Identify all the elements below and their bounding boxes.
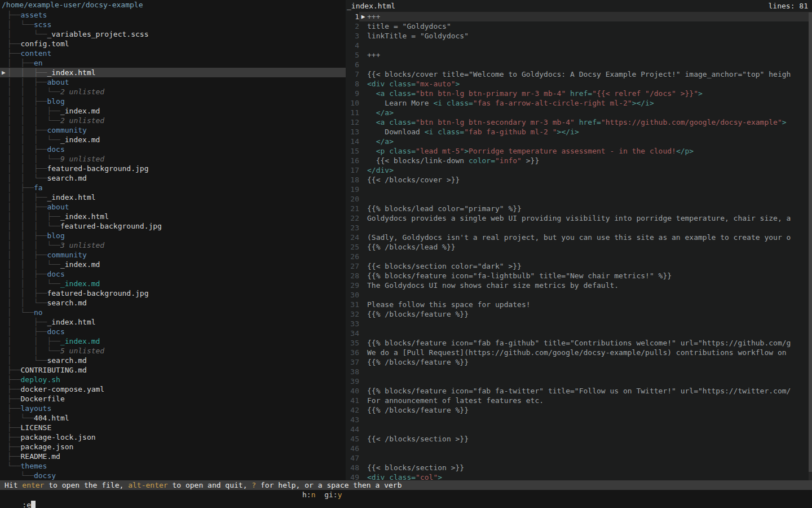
tree-row-file[interactable]: │ └──404.html [0, 413, 346, 423]
tree-row-file[interactable]: │ │ └──search.md [0, 173, 346, 183]
tree-entry-label: Dockerfile [20, 395, 64, 403]
tree-entry-label: _index.html [60, 212, 109, 221]
tree-entry-label: featured-background.jpg [47, 289, 148, 297]
tree-branch-lines: │ │ ├── [7, 289, 47, 297]
tree-branch-lines: │ │ ├── [7, 203, 47, 211]
tree-branch-lines: ├── [7, 11, 20, 19]
tree-row-file[interactable]: │ │ │ ├──_index.md [0, 106, 346, 116]
code-cursor-slot [359, 463, 367, 472]
tree-row-file[interactable]: │ │ │ └──_index.md [0, 135, 346, 144]
tree-row-file[interactable]: │ │ │ └──_index.md [0, 260, 346, 269]
tree-row-file[interactable]: │ │ ├──featured-background.jpg [0, 288, 346, 298]
tree-row-file[interactable]: │ │ │ ├──_index.html [0, 212, 346, 221]
tree-row-file[interactable]: │ │ │ └──3 unlisted [0, 240, 346, 250]
tree-entry-label: _index.md [60, 260, 100, 269]
tree-row-file[interactable]: │ ├──_index.html [0, 317, 346, 327]
tree-row-directory[interactable]: ├──assets [0, 10, 346, 20]
tree-row-file[interactable]: ├──package-lock.json [0, 432, 346, 442]
tree-branch-lines: │ │ ├── [7, 68, 47, 77]
tree-branch-lines: │ │ │ └── [7, 222, 60, 230]
code-cursor-slot [359, 338, 367, 348]
tree-row-directory[interactable]: │ └──scss [0, 20, 346, 29]
code-text: We do a [Pull Request](https://github.co… [367, 348, 791, 357]
tree-row-directory[interactable]: │ │ ├──community [0, 250, 346, 260]
hint-label: h: [302, 491, 311, 499]
line-number: 35 [346, 338, 359, 348]
tree-row-directory[interactable]: │ │ ├──docs [0, 269, 346, 279]
code-cursor-slot [359, 453, 367, 463]
tree-row-file[interactable]: ├──package.json [0, 442, 346, 452]
tree-row-directory[interactable]: │ │ ├──blog [0, 97, 346, 106]
code-text: +++ [367, 12, 380, 21]
tree-row-file[interactable]: │ │ │ └──featured-background.jpg [0, 221, 346, 231]
tree-row-directory[interactable]: │ │ ├──docs [0, 144, 346, 154]
line-number: 27 [346, 261, 359, 271]
line-number: 9 [346, 89, 359, 98]
code-cursor-slot [359, 175, 367, 185]
tree-row-directory[interactable]: └──docsy [0, 471, 346, 480]
line-number: 2 [346, 21, 359, 31]
scrollbar-thumb[interactable] [809, 12, 812, 472]
tree-row-file[interactable]: ├──Dockerfile [0, 394, 346, 404]
tree-row-file[interactable]: │ │ └──5 unlisted [0, 346, 346, 356]
tree-row-file[interactable]: ├──CONTRIBUTING.md [0, 365, 346, 375]
tree-branch-lines: │ │ │ └── [7, 116, 60, 125]
tree-row-directory[interactable]: │ ├──fa [0, 183, 346, 192]
line-number: 20 [346, 194, 359, 204]
tree-row-file[interactable]: │ │ └──search.md [0, 298, 346, 308]
key-hints: h:n gi:y [302, 490, 342, 500]
command-input[interactable]: :e [17, 501, 36, 508]
tree-branch-lines: │ │ ├── [7, 193, 47, 202]
tree-branch-lines: ├── [7, 395, 20, 403]
tree-row-file[interactable]: │ │ │ └──9 unlisted [0, 154, 346, 164]
tree-row-file[interactable]: ├──deploy.sh [0, 375, 346, 384]
code-line: 37{{% /blocks/feature %}} [346, 357, 812, 367]
line-number: 19 [346, 185, 359, 194]
code-cursor-slot [359, 165, 367, 175]
tree-row-file[interactable]: ├──LICENSE [0, 423, 346, 432]
code-text: <p class="lead mt-5">Porridge temperatur… [367, 146, 694, 156]
code-line: 18{{< /blocks/cover >}} [346, 175, 812, 185]
tree-branch-lines: │ │ │ └── [7, 279, 60, 288]
code-line: 26 [346, 252, 812, 261]
tree-row-file[interactable]: ├──config.toml [0, 39, 346, 49]
tree-row-directory[interactable]: │ └──no [0, 308, 346, 317]
tree-entry-label: CONTRIBUTING.md [20, 366, 86, 374]
tree-row-directory[interactable]: │ ├──en [0, 58, 346, 68]
code-line: 16 {{< blocks/link-down color="info" >}} [346, 156, 812, 165]
file-tree-panel: /home/example-user/docsy-example ├──asse… [0, 0, 346, 480]
tree-row-file[interactable]: ▶│ │ ├──_index.html [0, 68, 346, 77]
preview-scrollbar[interactable] [809, 12, 812, 480]
code-text: {{% blocks/feature icon="fa-lightbulb" t… [367, 271, 672, 281]
line-number: 10 [346, 98, 359, 108]
tree-row-directory[interactable]: │ │ ├──about [0, 77, 346, 87]
tree-row-directory[interactable]: │ │ ├──blog [0, 231, 346, 240]
tree-row-directory[interactable]: ├──layouts [0, 404, 346, 413]
tree-row-file[interactable]: │ │ │ └──2 unlisted [0, 116, 346, 125]
tree-row-file[interactable]: │ │ │ └──2 unlisted [0, 87, 346, 97]
tree-row-directory[interactable]: │ │ ├──about [0, 202, 346, 212]
tree-row-file[interactable]: │ └──_variables_project.scss [0, 29, 346, 39]
status-bar: Hit enter to open the file, alt-enter to… [0, 480, 812, 490]
tree-row-file[interactable]: │ │ ├──featured-background.jpg [0, 164, 346, 173]
tree-row-directory[interactable]: └──themes [0, 461, 346, 471]
tree-branch-lines: │ └── [7, 20, 34, 29]
tree-row-file[interactable]: │ │ │ └──_index.md [0, 279, 346, 288]
tree-row-file[interactable]: │ └──search.md [0, 356, 346, 365]
tree-row-file[interactable]: ├──README.md [0, 452, 346, 461]
tree-branch-lines: │ │ ├── [7, 78, 47, 86]
tree-row-directory[interactable]: │ ├──docs [0, 327, 346, 336]
tree-row-directory[interactable]: │ │ ├──community [0, 125, 346, 135]
tree-row-directory[interactable]: ├──content [0, 49, 346, 58]
code-line: 46 [346, 444, 812, 453]
tree-row-file[interactable]: │ │ ├──_index.md [0, 336, 346, 346]
tree-row-file[interactable]: ├──docker-compose.yaml [0, 384, 346, 394]
tree-branch-lines: ├── [7, 49, 20, 58]
code-text: <div class="col"> [367, 472, 442, 480]
tree-entry-label: search.md [47, 174, 86, 182]
code-line: 6 [346, 60, 812, 69]
line-number: 42 [346, 405, 359, 415]
tree-row-file[interactable]: │ │ ├──_index.html [0, 192, 346, 202]
selection-cursor-icon: ▶ [2, 68, 6, 77]
code-cursor-slot [359, 79, 367, 89]
